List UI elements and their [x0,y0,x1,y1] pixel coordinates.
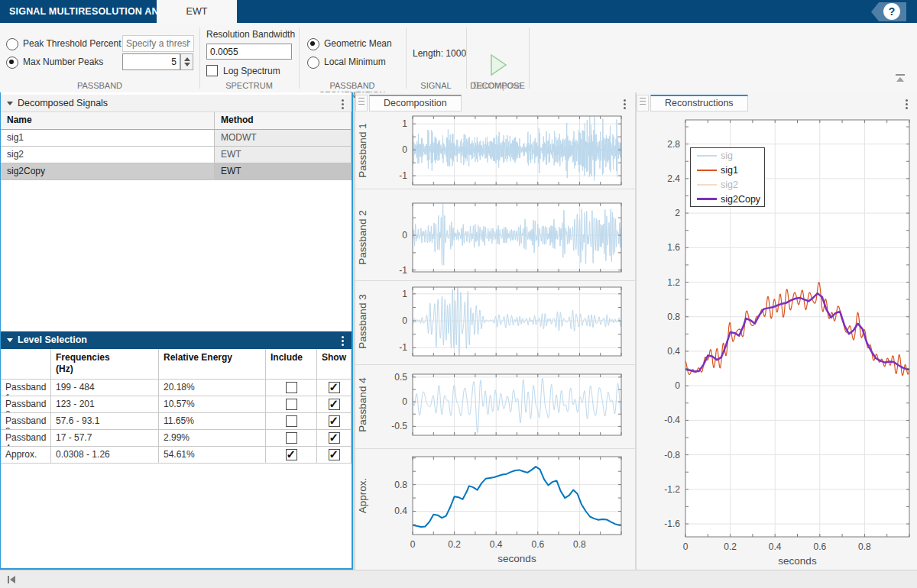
include-cell [266,413,317,430]
show-checkbox[interactable] [329,382,340,393]
toolbar-divider [406,27,407,89]
signal-row-method[interactable]: EWT [215,147,352,163]
help-button[interactable]: ? [871,2,906,21]
level-selection-title: Level Selection [18,334,87,345]
include-checkbox[interactable] [286,415,297,427]
kebab-menu-icon[interactable] [623,98,626,109]
legend-label: sig [721,150,733,161]
subplot-divider [355,364,635,365]
peak-threshold-label: Peak Threshold Percent [23,38,122,49]
tab-decomposition[interactable]: Decomposition [369,95,462,111]
column-header-method[interactable]: Method [215,112,352,130]
signal-row-name[interactable]: sig2Copy [1,163,215,180]
level-row-cell[interactable]: Passband 4 [1,430,51,447]
log-spectrum-checkbox[interactable] [206,65,218,76]
level-row-cell[interactable]: 0.0308 - 1.26 [51,447,159,464]
max-peaks-input[interactable] [122,53,180,70]
left-dock-panel: Decomposed Signals Name Method sig1 MODW… [0,92,353,570]
decomposed-signals-title: Decomposed Signals [18,98,108,108]
threshold-input[interactable] [122,35,194,52]
peak-threshold-radio[interactable] [6,38,18,50]
geometric-mean-label: Geometric Mean [324,38,392,49]
subplot-divider [355,189,635,189]
geometric-mean-radio[interactable] [307,38,319,50]
show-checkbox[interactable] [329,432,340,444]
level-col-include[interactable]: Include [266,349,317,380]
level-col-frequencies[interactable]: Frequencies (Hz) [51,349,159,380]
column-header-name[interactable]: Name [1,112,215,130]
collapse-triangle-icon[interactable] [7,102,13,105]
resolution-bandwidth-input[interactable] [206,44,292,60]
tab-ewt[interactable]: EWT [157,0,237,23]
level-row-cell[interactable]: Approx. [1,447,51,464]
level-row-cell[interactable]: Passband 2 [1,396,51,413]
level-row-cell[interactable]: 20.18% [159,380,266,396]
panel-drag-handle-icon[interactable] [355,95,368,111]
legend-line-sample [697,184,717,186]
include-checkbox[interactable] [286,432,297,444]
level-selection-header[interactable]: Level Selection [1,331,352,349]
kebab-menu-icon[interactable] [341,98,344,109]
collapse-panel-left-icon[interactable] [6,574,17,585]
stepper-down-icon[interactable] [184,63,190,66]
reconstructions-tab-bar: Reconstructions [637,95,917,111]
toolstrip-tab-bar: SIGNAL MULTIRESOLUTION ANALYZER EWT ? [0,0,917,23]
max-peaks-stepper[interactable] [180,53,193,70]
kebab-menu-icon[interactable] [341,334,344,346]
include-checkbox[interactable] [286,382,297,393]
level-row-cell[interactable]: 17 - 57.7 [51,430,159,447]
show-cell [317,447,352,464]
show-cell [317,413,352,430]
level-row-cell[interactable]: Passband 3 [1,413,51,430]
level-row-cell[interactable]: 10.57% [159,396,266,413]
level-row-cell[interactable]: 57.6 - 93.1 [51,413,159,430]
legend-line-sample [697,170,717,171]
stepper-up-icon[interactable] [184,57,190,61]
legend-item[interactable]: sig [691,148,764,163]
plot-legend[interactable]: sigsig1sig2sig2Copy [690,147,765,207]
signal-row-method[interactable]: MODWT [215,130,352,147]
question-mark-icon: ? [883,3,900,20]
signal-multiresolution-analyzer-window: SIGNAL MULTIRESOLUTION ANALYZER EWT ? Pe… [0,0,917,588]
reconstructions-document-panel: Reconstructions sigsig1sig2sig2Copy [637,92,917,570]
tab-reconstructions[interactable]: Reconstructions [650,95,748,111]
level-col-show[interactable]: Show [317,349,352,380]
collapse-triangle-icon[interactable] [7,338,13,342]
level-row-cell[interactable]: 199 - 484 [51,380,159,396]
legend-item[interactable]: sig2Copy [691,192,764,206]
signal-row-method[interactable]: EWT [215,163,352,180]
level-row-cell[interactable]: 123 - 201 [51,396,159,413]
kebab-menu-icon[interactable] [905,98,908,109]
level-row-cell[interactable]: 54.61% [159,447,266,464]
local-minimum-radio[interactable] [307,57,319,69]
resolution-bandwidth-label: Resolution Bandwidth [206,29,295,40]
legend-item[interactable]: sig1 [691,163,764,177]
spectrum-section-label: SPECTRUM [199,81,299,92]
panel-drag-handle-icon[interactable] [637,95,649,111]
legend-item[interactable]: sig2 [691,177,764,192]
decompose-section-label: DECOMPOSE [466,81,529,92]
level-row-cell[interactable]: Passband 1 [1,380,51,396]
signal-row-name[interactable]: sig2 [1,147,215,163]
legend-line-sample [697,198,717,200]
level-row-cell[interactable]: 11.65% [159,413,266,430]
show-checkbox[interactable] [329,399,340,410]
show-checkbox[interactable] [329,449,340,460]
level-col-energy[interactable]: Relative Energy [159,349,266,380]
toolbar-divider [299,27,300,89]
decomposed-signals-header[interactable]: Decomposed Signals [1,95,352,112]
include-checkbox[interactable] [286,399,297,410]
log-spectrum-label: Log Spectrum [223,66,280,76]
subplot-divider [355,448,635,449]
toolbar-divider [529,27,530,89]
show-checkbox[interactable] [329,415,340,427]
collapse-arrow-icon [894,73,906,83]
level-row-cell[interactable]: 2.99% [159,430,266,447]
show-cell [317,380,352,396]
include-checkbox[interactable] [286,449,297,460]
max-peaks-radio[interactable] [6,57,18,69]
legend-label: sig2 [721,179,738,190]
signal-row-name[interactable]: sig1 [1,130,215,147]
passband-section-label: PASSBAND [0,81,199,92]
collapse-toolstrip-button[interactable] [894,73,906,83]
